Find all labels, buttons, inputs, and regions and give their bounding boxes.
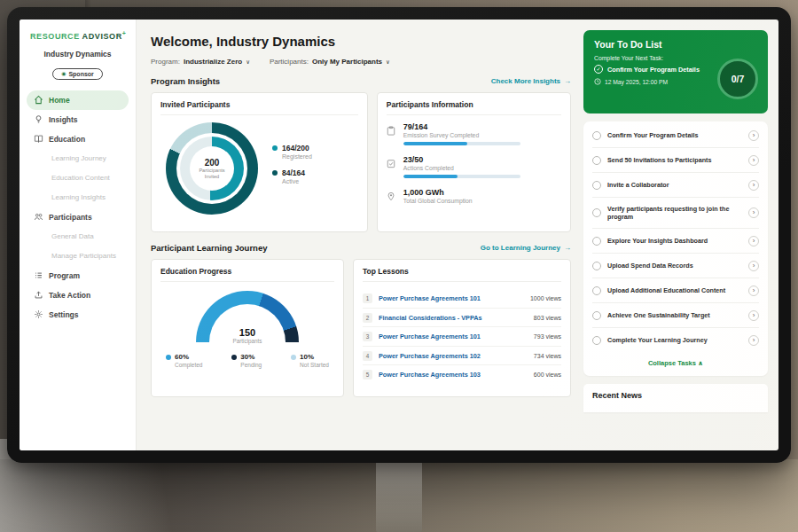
- sidebar-item-label: Learning Journey: [51, 154, 106, 162]
- task-checkbox[interactable]: [592, 336, 601, 345]
- sidebar-item-label: Participants: [49, 213, 92, 222]
- lesson-link[interactable]: Power Purchase Agreements 101: [379, 294, 524, 302]
- task-row[interactable]: Explore Your Insights Dashboard ›: [592, 229, 759, 254]
- legend-dot: [272, 170, 278, 176]
- legend-label: Registered: [272, 153, 312, 160]
- card-title: Participants Information: [387, 100, 561, 115]
- sidebar-item-settings[interactable]: Settings: [27, 305, 129, 325]
- org-name: Industry Dynamics: [27, 50, 129, 59]
- clock-icon: [594, 78, 601, 85]
- task-checkbox[interactable]: [592, 131, 601, 140]
- chevron-right-icon[interactable]: ›: [748, 286, 759, 296]
- stat-global-consumption: 1,000 GWh Total Global Consumption: [387, 188, 561, 205]
- task-list-card: Confirm Your Program Details › Send 50 I…: [583, 121, 768, 376]
- task-row[interactable]: Verify participants requesting to join t…: [592, 198, 759, 229]
- task-row[interactable]: Complete Your Learning Journey ›: [592, 328, 759, 352]
- stat-value: 1,000 GWh: [403, 188, 473, 197]
- program-dropdown[interactable]: Program: Industrialize Zero ∨: [151, 58, 250, 66]
- task-row[interactable]: Upload Additional Educational Content ›: [592, 278, 759, 303]
- chevron-right-icon[interactable]: ›: [748, 310, 759, 321]
- gauge-center: 150 Participants: [196, 327, 299, 344]
- top-lessons-card: Top Lessons 1 Power Purchase Agreements …: [353, 259, 571, 397]
- education-progress-card: Education Progress 150 Participants 60% …: [151, 259, 344, 397]
- legend-item-not-started: 10% Not Started: [291, 353, 329, 368]
- screen: RESOURCE ADVISOR+ Industry Dynamics ◉ Sp…: [20, 20, 778, 450]
- task-checkbox[interactable]: [592, 237, 601, 246]
- collapse-tasks-button[interactable]: Collapse Tasks ∧: [592, 352, 759, 374]
- lesson-link[interactable]: Power Purchase Agreements 101: [379, 332, 528, 340]
- sidebar-item-home[interactable]: Home: [27, 90, 129, 110]
- task-checkbox[interactable]: [592, 156, 601, 165]
- lesson-link[interactable]: Financial Considerations - VPPAs: [379, 314, 528, 322]
- sidebar-item-participants[interactable]: Participants: [27, 207, 129, 227]
- sidebar-item-learning-insights[interactable]: Learning Insights: [27, 188, 129, 207]
- participants-label: Participants:: [270, 58, 309, 66]
- task-row[interactable]: Send 50 Invitations to Participants ›: [592, 148, 759, 173]
- legend-dot: [272, 145, 278, 151]
- task-row[interactable]: Confirm Your Program Details ›: [592, 123, 759, 148]
- go-to-learning-journey-link[interactable]: Go to Learning Journey →: [481, 244, 571, 252]
- task-checkbox[interactable]: [592, 311, 601, 320]
- sidebar-item-insights[interactable]: Insights: [27, 110, 129, 129]
- chevron-right-icon[interactable]: ›: [748, 335, 759, 346]
- lightbulb-icon: [34, 114, 43, 124]
- task-row[interactable]: Invite a Collaborator ›: [592, 173, 759, 198]
- invited-participants-card: Invited Participants 200 Participants In…: [151, 92, 368, 232]
- legend-label: Completed: [166, 362, 202, 368]
- sponsor-badge-label: Sponsor: [68, 71, 93, 77]
- sidebar-item-education-content[interactable]: Education Content: [27, 168, 129, 188]
- stat-emission-survey: 79/164 Emission Survey Completed: [387, 122, 561, 145]
- section-title: Program Insights: [151, 76, 220, 86]
- progress-fill: [403, 175, 458, 178]
- chevron-right-icon[interactable]: ›: [748, 130, 759, 141]
- sidebar-item-label: Insights: [49, 115, 78, 124]
- lesson-link[interactable]: Power Purchase Agreements 103: [379, 371, 528, 379]
- gauge-center-label: Participants: [196, 338, 299, 344]
- gauge-center-value: 150: [196, 327, 299, 338]
- sidebar-item-education[interactable]: Education: [27, 129, 129, 149]
- chevron-right-icon[interactable]: ›: [748, 261, 759, 271]
- task-checkbox[interactable]: [592, 181, 601, 190]
- task-checkbox[interactable]: [592, 286, 601, 295]
- filters-row: Program: Industrialize Zero ∨ Participan…: [151, 58, 571, 66]
- sidebar-item-learning-journey[interactable]: Learning Journey: [27, 149, 129, 168]
- progress-fill: [403, 142, 468, 145]
- sidebar-item-label: Manage Participants: [51, 252, 116, 260]
- invited-legend: 164/200 Registered 84/164 Active: [272, 144, 312, 193]
- participants-dropdown[interactable]: Participants: Only My Participants ∨: [270, 58, 390, 66]
- task-checkbox[interactable]: [592, 262, 601, 270]
- sponsor-badge-wrap: ◉ Sponsor: [27, 63, 129, 80]
- legend-dot: [291, 355, 296, 360]
- sidebar-item-manage-participants[interactable]: Manage Participants: [27, 246, 129, 266]
- chevron-right-icon[interactable]: ›: [748, 155, 759, 166]
- lesson-row: 5 Power Purchase Agreements 103 600 view…: [363, 365, 561, 384]
- task-checkbox[interactable]: [592, 208, 601, 217]
- chevron-right-icon[interactable]: ›: [748, 236, 759, 246]
- sidebar-item-label: Settings: [49, 310, 79, 319]
- learning-journey-cards: Education Progress 150 Participants 60% …: [151, 259, 571, 397]
- legend-item-completed: 60% Completed: [166, 353, 202, 368]
- legend-item-pending: 30% Pending: [231, 353, 262, 368]
- todo-next-task[interactable]: ✓ Confirm Your Program Details: [594, 65, 720, 74]
- sidebar-item-take-action[interactable]: Take Action: [27, 286, 129, 305]
- legend-value: 60%: [175, 353, 189, 361]
- legend-value: 10%: [300, 353, 314, 361]
- book-icon: [34, 134, 43, 144]
- lesson-link[interactable]: Power Purchase Agreements 102: [379, 352, 528, 360]
- check-more-insights-link[interactable]: Check More Insights →: [491, 77, 571, 85]
- location-pin-icon: [387, 188, 396, 205]
- progress-track: [403, 175, 520, 178]
- task-row[interactable]: Achieve One Sustainability Target ›: [592, 303, 759, 328]
- task-row[interactable]: Upload Spend Data Records ›: [592, 254, 759, 278]
- arrow-right-icon: →: [564, 244, 571, 252]
- main-content: Welcome, Industry Dynamics Program: Indu…: [137, 20, 582, 450]
- chevron-right-icon[interactable]: ›: [748, 180, 759, 191]
- monitor-stand: [376, 461, 422, 532]
- sidebar-item-label: Home: [49, 96, 70, 105]
- sidebar-item-label: Education Content: [51, 174, 110, 182]
- sidebar-item-general-data[interactable]: General Data: [27, 227, 129, 246]
- program-value: Industrialize Zero: [184, 58, 242, 66]
- chevron-right-icon[interactable]: ›: [748, 207, 759, 218]
- sidebar-item-program[interactable]: Program: [27, 266, 129, 286]
- sidebar: RESOURCE ADVISOR+ Industry Dynamics ◉ Sp…: [20, 20, 137, 450]
